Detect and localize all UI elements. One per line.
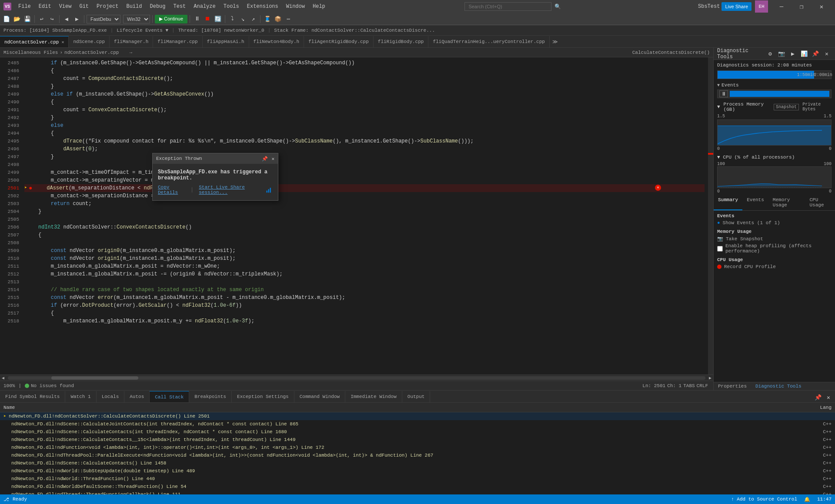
back-button[interactable]: ◀ bbox=[62, 14, 71, 24]
diag-play-button[interactable]: ▶ bbox=[788, 49, 798, 59]
call-stack-row-0[interactable]: ➤ ndNewton_FD.dll!ndContactSolver::Calcu… bbox=[0, 412, 835, 420]
new-file-button[interactable]: 📄 bbox=[2, 14, 11, 24]
call-stack-row-7[interactable]: ndNewton_FD.dll!ndWorld::SubStepUpdate(d… bbox=[0, 467, 835, 475]
btab-command-window[interactable]: Command Window bbox=[294, 391, 345, 402]
show-events-item[interactable]: ● Show Events (1 of 1) bbox=[717, 220, 832, 225]
btab-breakpoints[interactable]: Breakpoints bbox=[189, 391, 232, 402]
editor-scrollbar-horizontal[interactable]: ◀ ▶ bbox=[0, 375, 713, 381]
call-stack-row-9[interactable]: ndNewton_FD.dll!ndWorldDefaultScene::Thr… bbox=[0, 483, 835, 491]
dtab-summary[interactable]: Summary bbox=[714, 196, 742, 210]
timeline-bar[interactable]: 1:50min 2:00min bbox=[717, 70, 832, 79]
btab-autos[interactable]: Autos bbox=[124, 391, 150, 402]
menu-build[interactable]: Build bbox=[123, 3, 145, 10]
restart-button[interactable]: 🔄 bbox=[213, 14, 223, 24]
user-avatar[interactable]: EH bbox=[755, 0, 768, 13]
code-editor[interactable]: if (m_instance0.GetShape()->GetAsShapeCo… bbox=[21, 57, 708, 375]
menu-tools[interactable]: Tools bbox=[220, 3, 243, 10]
record-cpu-item[interactable]: Record CPU Profile bbox=[717, 264, 832, 269]
menu-git[interactable]: Git bbox=[76, 3, 92, 10]
menu-debug[interactable]: Debug bbox=[146, 3, 169, 10]
call-stack-row-6[interactable]: ndNewton_FD.dll!ndScene::CalculateContac… bbox=[0, 459, 835, 467]
tab-fliagentrigidbody[interactable]: fliAgentRigidBody.cpp bbox=[304, 36, 374, 47]
lifecycle-events[interactable]: Lifecycle Events ▼ bbox=[117, 28, 168, 33]
platform-dropdown[interactable]: Win32 bbox=[123, 15, 150, 23]
menu-analyze[interactable]: Analyze bbox=[190, 3, 219, 10]
properties-tab[interactable]: Properties bbox=[714, 382, 751, 390]
step-out-button[interactable]: ↗ bbox=[248, 14, 258, 24]
h-scroll-track[interactable] bbox=[8, 376, 705, 380]
btab-watch1[interactable]: Watch 1 bbox=[65, 391, 96, 402]
restore-button[interactable]: ❐ bbox=[792, 0, 812, 13]
btab-find-symbol[interactable]: Find Symbol Results bbox=[0, 391, 65, 402]
forward-button[interactable]: ▶ bbox=[72, 14, 82, 24]
dtab-events[interactable]: Events bbox=[742, 196, 768, 210]
tab-flimanager-cpp[interactable]: fliManager.cpp bbox=[153, 36, 202, 47]
heap-profiling-checkbox[interactable] bbox=[717, 246, 723, 252]
events-pause-icon[interactable]: ⏸ bbox=[719, 90, 728, 97]
diag-camera-button[interactable]: 📷 bbox=[777, 49, 786, 59]
more-options-button[interactable]: ⋯ bbox=[284, 14, 293, 24]
menu-window[interactable]: Window bbox=[283, 3, 308, 10]
add-to-source-control[interactable]: ↑ Add to Source Control bbox=[731, 497, 797, 502]
call-stack-row-2[interactable]: ndNewton_FD.dll!ndScene::CalculateContac… bbox=[0, 428, 835, 436]
tab-flimanager-h[interactable]: fliManager.h bbox=[110, 36, 153, 47]
tab-flinewton4body[interactable]: fliNewton4Body.h bbox=[249, 36, 304, 47]
dtab-memory-usage[interactable]: Memory Usage bbox=[768, 196, 805, 210]
snapshot-badge[interactable]: Snapshot bbox=[774, 104, 799, 110]
menu-test[interactable]: Test bbox=[170, 3, 190, 10]
btab-locals[interactable]: Locals bbox=[97, 391, 125, 402]
btab-exception-settings[interactable]: Exception Settings bbox=[232, 391, 294, 402]
tab-overflow[interactable]: ≫ bbox=[550, 36, 561, 47]
pause-button[interactable]: ⏸ bbox=[192, 14, 202, 24]
call-stack-row-1[interactable]: ndNewton_FD.dll!ndScene::CalculateJointC… bbox=[0, 420, 835, 428]
stop-button[interactable]: ⏹ bbox=[203, 14, 212, 24]
call-stack-row-4[interactable]: ndNewton_FD.dll!ndFunction<void <lambda>… bbox=[0, 444, 835, 451]
menu-help[interactable]: Help bbox=[309, 3, 329, 10]
diag-pin-button[interactable]: 📌 bbox=[811, 49, 820, 59]
memory-header[interactable]: ▼ Process Memory (GB) Snapshot Private B… bbox=[717, 102, 832, 112]
live-share-button[interactable]: Live Share bbox=[721, 2, 752, 11]
step-over-button[interactable]: ⤵ bbox=[227, 14, 237, 24]
search-icon[interactable]: 🔍 bbox=[553, 2, 562, 11]
exception-close-button[interactable]: ✕ bbox=[271, 156, 274, 162]
call-stack-row-3[interactable]: ndNewton_FD.dll!ndScene::CalculateContac… bbox=[0, 436, 835, 444]
call-stack-list[interactable]: ➤ ndNewton_FD.dll!ndContactSolver::Calcu… bbox=[0, 412, 835, 494]
pin-icon[interactable]: 📌 bbox=[262, 156, 268, 162]
diagnostic-tools-tab[interactable]: Diagnostic Tools bbox=[751, 382, 806, 390]
panel-close-button[interactable]: ✕ bbox=[824, 393, 833, 402]
btab-immediate-window[interactable]: Immediate Window bbox=[345, 391, 402, 402]
tab-close[interactable]: ✕ bbox=[61, 40, 64, 45]
diagnostic-timeline[interactable]: 1:50min 2:00min bbox=[714, 70, 835, 81]
editor-scrollbar[interactable] bbox=[708, 57, 713, 375]
tab-ndcontactsolver[interactable]: ndContactSolver.cpp ✕ bbox=[0, 36, 69, 47]
editor-content[interactable]: 2485 2486 2487 2488 2489 2490 2491 2492 … bbox=[0, 57, 713, 375]
btab-call-stack[interactable]: Call Stack bbox=[150, 391, 189, 402]
undo-button[interactable]: ↩ bbox=[37, 14, 47, 24]
modules-button[interactable]: 📦 bbox=[273, 14, 283, 24]
scroll-right[interactable]: ▶ bbox=[707, 375, 713, 381]
menu-project[interactable]: Project bbox=[93, 3, 122, 10]
threads-button[interactable]: 🧵 bbox=[263, 14, 272, 24]
close-button[interactable]: ✕ bbox=[812, 0, 832, 13]
step-into-button[interactable]: ↘ bbox=[238, 14, 247, 24]
open-button[interactable]: 📂 bbox=[12, 14, 22, 24]
menu-file[interactable]: File bbox=[15, 3, 34, 10]
take-snapshot-item[interactable]: 📷 Take Snapshot bbox=[717, 236, 832, 242]
call-stack-row-10[interactable]: ndNewton_FD.dll!ndThread::ThreadFunction… bbox=[0, 491, 835, 494]
call-stack-row-8[interactable]: ndNewton_FD.dll!ndWorld::ThreadFunction(… bbox=[0, 475, 835, 483]
menu-edit[interactable]: Edit bbox=[35, 3, 55, 10]
continue-button[interactable]: ▶ Continue bbox=[155, 15, 187, 23]
heap-profiling-item[interactable]: Enable heap profiling (affects performan… bbox=[717, 243, 832, 254]
minimize-button[interactable]: — bbox=[772, 0, 792, 13]
config-dropdown[interactable]: FastDebu bbox=[87, 15, 120, 23]
panel-pin-button[interactable]: 📌 bbox=[813, 393, 823, 402]
call-stack-row-5[interactable]: ndNewton_FD.dll!ndThreadPool::ParallelEx… bbox=[0, 451, 835, 459]
scroll-left[interactable]: ◀ bbox=[0, 375, 6, 381]
events-header[interactable]: ▼ Events bbox=[717, 83, 832, 88]
tab-flirigidbody[interactable]: fliRigidBody.cpp bbox=[374, 36, 429, 47]
tab-fliquadterrain[interactable]: fliQuadTerrainHeig...ueryController.cpp bbox=[428, 36, 549, 47]
redo-button[interactable]: ↪ bbox=[47, 14, 57, 24]
live-share-link[interactable]: Start Live Share session... bbox=[199, 185, 261, 195]
search-input[interactable] bbox=[464, 2, 551, 11]
save-button[interactable]: 💾 bbox=[23, 14, 32, 24]
